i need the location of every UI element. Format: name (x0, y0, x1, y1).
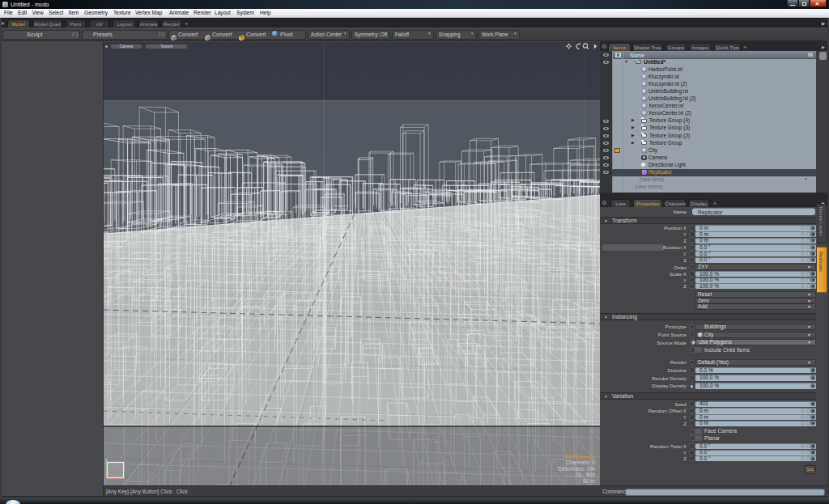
svg-text:GL: 800: GL: 800 (576, 472, 595, 477)
svg-text:50 m: 50 m (583, 478, 595, 484)
svg-text:Deformers: ON: Deformers: ON (558, 466, 595, 472)
